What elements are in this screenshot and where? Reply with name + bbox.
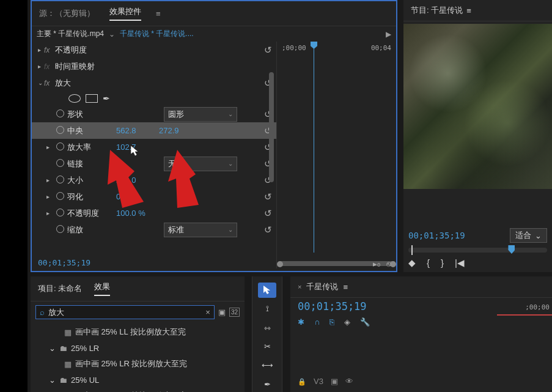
twisty-icon[interactable]: ▸	[38, 46, 44, 53]
preset-item[interactable]: ▦画中画 25% UL 按比例放大至完	[31, 388, 245, 392]
tab-source[interactable]: 源：（无剪辑）	[39, 8, 95, 19]
center-y-value[interactable]: 272.9	[159, 126, 202, 135]
program-timecode[interactable]: 00;01;35;19	[408, 231, 465, 240]
effect-magnify[interactable]: ⌄ fx 放大 ↺	[32, 75, 276, 91]
effect-time-remap[interactable]: ▸ fx 时间重映射	[32, 58, 276, 75]
rect-mask-icon[interactable]	[86, 94, 98, 103]
panel-menu-icon[interactable]: ≡	[343, 283, 348, 292]
master-clip-name[interactable]: 主要 * 千星传说.mp4	[37, 29, 104, 39]
stopwatch-icon[interactable]	[56, 126, 67, 136]
twisty-icon[interactable]: ▸	[46, 144, 53, 150]
crop-line: Tu	[0, 69, 28, 90]
toggle-icon[interactable]: ▸₀	[373, 259, 380, 268]
new-bin-icon[interactable]: ▣	[218, 308, 226, 317]
program-tab[interactable]: 节目: 千星传说	[411, 5, 463, 16]
effects-search[interactable]: ⌕ ×	[35, 305, 215, 319]
ec-scrollbar-v[interactable]	[269, 60, 274, 253]
marker-icon[interactable]: ◆	[408, 257, 416, 268]
panel-menu-icon[interactable]: ≡	[466, 6, 471, 15]
crop-line: Pre	[0, 45, 28, 66]
external-window-crop: ear Pre Tu	[0, 0, 28, 392]
magnification-value[interactable]: 102.7	[116, 142, 159, 152]
stopwatch-icon[interactable]	[56, 225, 67, 235]
panel-menu-icon[interactable]: ≡	[156, 9, 161, 18]
fx-badge-icon[interactable]: fx	[44, 62, 55, 71]
zoom-fit-select[interactable]: 适合⌄	[510, 228, 547, 243]
link-select[interactable]: 无⌄	[164, 157, 237, 171]
calendar-icon[interactable]: 32	[229, 308, 240, 317]
preset-item[interactable]: ▦画中画 25% LL 按比例放大至完	[31, 324, 245, 340]
tab-effects[interactable]: 效果	[94, 281, 110, 296]
crop-line: ear	[0, 6, 28, 27]
shape-select[interactable]: 圆形⌄	[164, 107, 237, 122]
center-x-value[interactable]: 562.8	[116, 126, 159, 135]
twisty-open-icon[interactable]: ⌄	[49, 344, 56, 353]
prop-center[interactable]: 中央 562.8 272.9 ↺	[32, 122, 276, 139]
out-point-icon[interactable]: }	[441, 257, 444, 268]
effect-opacity[interactable]: ▸ fx 不透明度 ↺	[32, 42, 276, 58]
stopwatch-icon[interactable]	[56, 109, 67, 119]
twisty-open-icon[interactable]: ⌄	[38, 80, 44, 86]
tree-label: 25% UL	[71, 375, 99, 385]
clear-search-icon[interactable]: ×	[205, 308, 210, 317]
reset-icon[interactable]: ↺	[262, 45, 274, 56]
stopwatch-icon[interactable]	[56, 192, 67, 202]
playhead[interactable]	[314, 42, 314, 253]
pen-mask-icon[interactable]: ✒	[103, 94, 110, 103]
tab-project[interactable]: 项目: 未命名	[38, 283, 82, 294]
twisty-open-icon[interactable]: ⌄	[49, 375, 56, 385]
export-icon[interactable]: ⎋	[386, 259, 391, 268]
eye-icon[interactable]: 👁	[345, 377, 353, 386]
twisty-icon[interactable]: ▸	[46, 210, 53, 216]
sequence-clip-name[interactable]: 千星传说 * 千星传说....	[120, 29, 381, 39]
sequence-tab[interactable]: 千星传说	[306, 281, 338, 292]
track-select-tool[interactable]: ⟟	[258, 301, 276, 317]
selection-tool[interactable]	[258, 283, 276, 298]
pen-tool[interactable]: ✒	[258, 377, 276, 392]
effects-search-input[interactable]	[48, 308, 205, 317]
program-scrubber[interactable]	[408, 248, 547, 253]
linked-selection-icon[interactable]: ⎘	[329, 317, 334, 327]
scrubber-playhead[interactable]	[508, 245, 515, 254]
twisty-icon[interactable]: ▸	[46, 193, 53, 200]
ellipse-mask-icon[interactable]	[68, 94, 81, 103]
folder-item[interactable]: ⌄🖿25% LR	[31, 340, 245, 356]
timeline-ruler[interactable]: ;00;00	[497, 301, 552, 314]
close-tab-icon[interactable]: ×	[298, 283, 301, 290]
twisty-icon[interactable]: ▸	[38, 63, 44, 70]
twisty-icon[interactable]: ▸	[46, 177, 53, 183]
in-point-icon[interactable]: {	[427, 257, 430, 268]
ec-timecode[interactable]: 00;01;35;19	[32, 254, 97, 271]
track-name[interactable]: V3	[314, 377, 323, 386]
feather-value[interactable]: 0.0	[116, 192, 159, 201]
razor-tool[interactable]: ✂	[258, 339, 276, 354]
snap-icon[interactable]: ✱	[298, 317, 304, 327]
fx-badge-icon[interactable]: fx	[44, 79, 55, 87]
fx-badge-icon[interactable]: fx	[44, 46, 55, 54]
lock-icon[interactable]	[298, 377, 306, 386]
select-value: 适合	[515, 230, 531, 241]
settings-icon[interactable]: 🔧	[360, 317, 370, 327]
time-tick: ;00;00	[282, 44, 306, 52]
preset-icon: ▦	[64, 328, 72, 337]
stopwatch-icon[interactable]	[56, 159, 67, 169]
slip-tool[interactable]: ⟷	[258, 358, 276, 373]
stopwatch-icon[interactable]	[56, 142, 67, 152]
stopwatch-icon[interactable]	[56, 176, 67, 185]
size-value[interactable]: 240.0	[116, 176, 159, 185]
toggle-output-icon[interactable]: ▣	[331, 377, 338, 386]
play-only-icon[interactable]: ▶	[386, 30, 391, 39]
opacity2-value[interactable]: 100.0 %	[116, 209, 159, 218]
tab-effect-controls[interactable]: 效果控件	[109, 6, 141, 21]
stopwatch-icon[interactable]	[56, 209, 67, 218]
ec-mini-timeline[interactable]: ;00;00 00;04	[276, 42, 396, 268]
scaling-select[interactable]: 标准⌄	[164, 223, 237, 237]
preset-item[interactable]: ▦画中画 25% LR 按比例放大至完	[31, 356, 245, 372]
marker-icon[interactable]: ◈	[344, 317, 350, 327]
program-video[interactable]	[403, 24, 552, 189]
magnet-icon[interactable]: ∩	[314, 317, 320, 327]
video-track-header[interactable]: V3 ▣ 👁	[298, 377, 353, 386]
step-back-icon[interactable]: |◀	[455, 257, 465, 268]
folder-item[interactable]: ⌄🖿25% UL	[31, 372, 245, 388]
ripple-edit-tool[interactable]: ⇿	[258, 320, 276, 336]
